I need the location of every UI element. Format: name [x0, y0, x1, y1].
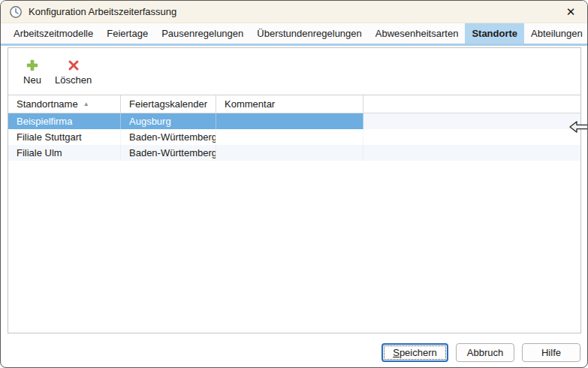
cell-filler: [363, 145, 580, 161]
delete-button[interactable]: Löschen: [52, 58, 95, 87]
new-button[interactable]: Neu: [13, 58, 52, 87]
cell-filler: [363, 129, 580, 145]
help-button[interactable]: Hilfe: [522, 343, 580, 362]
tab-arbeitszeitmodelle[interactable]: Arbeitszeitmodelle: [7, 23, 100, 44]
tab-ueberstundenregelungen[interactable]: Überstundenregelungen: [250, 23, 369, 44]
cell-feiertagskalender: Augsburg: [121, 113, 216, 129]
column-header-feiertagskalender[interactable]: Feiertagskalender: [121, 95, 216, 113]
cell-standortname: Filiale Stuttgart: [8, 129, 121, 145]
tab-feiertage[interactable]: Feiertage: [100, 23, 155, 44]
column-header-standortname[interactable]: Standortname ▲: [8, 95, 121, 113]
cell-feiertagskalender: Baden-Württemberg: [121, 129, 216, 145]
cell-kommentar: [216, 145, 363, 161]
table-row[interactable]: Filiale Stuttgart Baden-Württemberg: [8, 129, 580, 145]
tab-pausenregelungen[interactable]: Pausenregelungen: [155, 23, 250, 44]
cell-standortname: Beispielfirma: [8, 113, 121, 129]
tab-abteilungen[interactable]: Abteilungen: [524, 23, 588, 44]
column-header-kommentar[interactable]: Kommentar: [216, 95, 363, 113]
table-row[interactable]: Filiale Ulm Baden-Württemberg: [8, 145, 580, 161]
cell-kommentar: [216, 129, 363, 145]
plus-icon: [26, 59, 38, 71]
close-icon: ✕: [566, 5, 576, 19]
table-row[interactable]: Beispielfirma Augsburg: [8, 113, 580, 129]
footer-button-bar: Speichern Abbruch Hilfe: [381, 343, 580, 362]
locations-table: Standortname ▲ Feiertagskalender Komment…: [8, 95, 580, 161]
title-bar: Konfiguration Arbeitszeiterfassung ✕: [1, 1, 587, 23]
tab-strip: Arbeitszeitmodelle Feiertage Pausenregel…: [1, 23, 587, 46]
toolbar: Neu Löschen: [8, 48, 580, 95]
cell-standortname: Filiale Ulm: [8, 145, 121, 161]
clock-icon: [9, 5, 23, 19]
cancel-button[interactable]: Abbruch: [456, 343, 514, 362]
tab-standorte[interactable]: Standorte: [465, 23, 524, 44]
cell-feiertagskalender: Baden-Württemberg: [121, 145, 216, 161]
sort-asc-icon: ▲: [83, 101, 89, 107]
close-button[interactable]: ✕: [554, 1, 587, 23]
cell-filler: [363, 113, 580, 129]
tab-abwesenheitsarten[interactable]: Abwesenheitsarten: [369, 23, 466, 44]
dialog-window: Konfiguration Arbeitszeiterfassung ✕ Arb…: [0, 0, 588, 368]
table-header-row: Standortname ▲ Feiertagskalender Komment…: [8, 95, 580, 113]
x-icon: [68, 59, 80, 71]
save-button[interactable]: Speichern: [381, 343, 448, 362]
new-button-label: Neu: [23, 74, 41, 86]
delete-button-label: Löschen: [55, 74, 92, 86]
cell-kommentar: [216, 113, 363, 129]
content-panel: Neu Löschen Standortname ▲ Feiertagskale…: [8, 47, 581, 333]
window-title: Konfiguration Arbeitszeiterfassung: [29, 6, 176, 17]
column-header-filler: [363, 95, 580, 113]
